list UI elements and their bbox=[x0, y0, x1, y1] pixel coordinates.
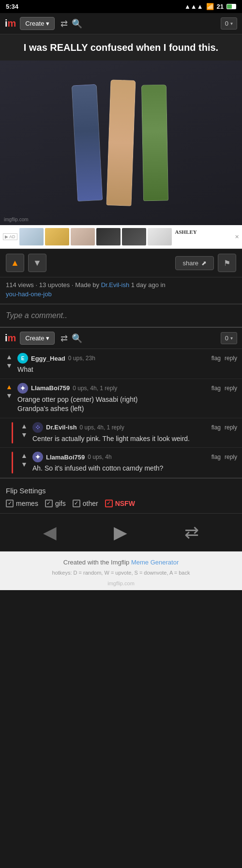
comment-meta: 0 ups, 23h bbox=[68, 355, 95, 362]
hotkeys-text: hotkeys: D = random, W = upvote, S = dow… bbox=[6, 570, 236, 576]
second-vote-dropdown[interactable]: ▾ bbox=[230, 335, 233, 341]
ad-banner: ▶ AD ASHLEY ✕ bbox=[0, 225, 242, 249]
share-button[interactable]: share ⬈ bbox=[175, 256, 214, 270]
comment-votes: ▲ ▼ bbox=[5, 383, 14, 414]
ashley-logo: ASHLEY bbox=[173, 228, 199, 245]
checkbox-nsfw-box[interactable]: ✓ bbox=[105, 500, 113, 507]
comment-downvote[interactable]: ▼ bbox=[21, 431, 28, 439]
flag-button[interactable]: ⚑ bbox=[218, 254, 236, 272]
upvote-button[interactable]: ▲ bbox=[6, 254, 24, 272]
shuffle-icon[interactable]: ⇄ bbox=[60, 18, 68, 29]
footer-watermark: imgflip.com bbox=[6, 580, 236, 586]
comment-item: ▲ ▼ ✦ LlamaBoi759 0 ups, 4h flag reply A… bbox=[0, 448, 242, 478]
checkbox-other-box[interactable]: ✓ bbox=[73, 500, 80, 507]
checkbox-gifs[interactable]: ✓ gifs bbox=[45, 500, 66, 507]
checkbox-nsfw-label: NSFW bbox=[115, 500, 135, 507]
reply-link[interactable]: reply bbox=[225, 385, 237, 392]
second-search-icon[interactable]: 🔍 bbox=[72, 333, 82, 344]
ad-thumb-2 bbox=[45, 228, 69, 245]
nsfw-checkmark: ✓ bbox=[106, 500, 111, 506]
post-tag-link[interactable]: you-had-one-job bbox=[6, 290, 236, 298]
search-icon[interactable]: 🔍 bbox=[72, 18, 82, 29]
comment-username: Dr.Evil-ish bbox=[46, 424, 77, 431]
comment-actions: flag reply bbox=[212, 385, 237, 392]
post-upvotes: 13 upvotes bbox=[39, 281, 70, 289]
flag-link[interactable]: flag bbox=[212, 454, 221, 460]
wifi-icon: 📶 bbox=[206, 3, 214, 10]
back-arrow-button[interactable]: ◀ bbox=[43, 522, 57, 543]
ad-thumb-5 bbox=[122, 228, 146, 245]
checkbox-memes-box[interactable]: ✓ bbox=[6, 500, 14, 507]
comment-meta: 0 ups, 4h, 1 reply bbox=[73, 385, 117, 392]
create-button[interactable]: Create ▾ bbox=[20, 17, 55, 30]
meme-generator-link[interactable]: Meme Generator bbox=[131, 559, 179, 566]
comment-header: ⁘ Dr.Evil-ish 0 ups, 4h, 1 reply flag re… bbox=[32, 422, 237, 433]
comment-upvote[interactable]: ▲ bbox=[6, 353, 13, 361]
nav-arrows: ◀ ▶ ⇄ bbox=[0, 513, 242, 551]
second-vote-count-badge: 0 ▾ bbox=[221, 332, 237, 344]
comment-text: Ah. So it's infused with cotton camdy me… bbox=[32, 464, 237, 473]
comment-downvote[interactable]: ▼ bbox=[6, 392, 13, 399]
ad-images: ASHLEY bbox=[19, 228, 233, 245]
ad-thumb-6 bbox=[148, 228, 172, 245]
battery-label: 21 bbox=[217, 3, 224, 10]
post-views: 114 views bbox=[6, 281, 34, 289]
avatar: E bbox=[17, 353, 28, 364]
forward-arrow-button[interactable]: ▶ bbox=[114, 522, 127, 543]
downvote-button[interactable]: ▼ bbox=[28, 254, 46, 272]
comment-meta: 0 ups, 4h bbox=[88, 454, 111, 460]
otter-pop-right bbox=[141, 85, 168, 201]
vote-dropdown-arrow[interactable]: ▾ bbox=[230, 21, 233, 26]
comment-body: ✦ LlamaBoi759 0 ups, 4h, 1 reply flag re… bbox=[17, 383, 237, 414]
reply-link[interactable]: reply bbox=[225, 454, 237, 460]
comment-item: ▲ ▼ E Eggy_Head 0 ups, 23h flag reply Wh… bbox=[0, 349, 242, 379]
reply-link[interactable]: reply bbox=[225, 424, 237, 431]
comment-placeholder[interactable]: Type a comment.. bbox=[6, 311, 67, 320]
comment-header: ✦ LlamaBoi759 0 ups, 4h flag reply bbox=[32, 452, 237, 462]
flag-link[interactable]: flag bbox=[212, 424, 221, 431]
comment-header: ✦ LlamaBoi759 0 ups, 4h, 1 reply flag re… bbox=[17, 383, 237, 394]
comment-input-area[interactable]: Type a comment.. bbox=[0, 305, 242, 328]
ad-thumb-3 bbox=[71, 228, 95, 245]
checkbox-nsfw[interactable]: ✓ NSFW bbox=[105, 500, 135, 507]
flag-link[interactable]: flag bbox=[212, 385, 221, 392]
flip-settings-title: Flip Settings bbox=[6, 487, 236, 495]
second-shuffle-icon[interactable]: ⇄ bbox=[60, 333, 68, 344]
footer-text: Created with the Imgflip Meme Generator bbox=[6, 559, 236, 566]
checkbox-other[interactable]: ✓ other bbox=[73, 500, 98, 507]
flag-link[interactable]: flag bbox=[212, 355, 221, 362]
ad-close-icon[interactable]: ✕ bbox=[235, 234, 239, 240]
checkbox-gifs-box[interactable]: ✓ bbox=[45, 500, 53, 507]
comment-meta: 0 ups, 4h, 1 reply bbox=[80, 424, 124, 431]
comment-votes: ▲ ▼ bbox=[5, 353, 14, 375]
comment-votes: ▲ ▼ bbox=[20, 422, 29, 444]
comment-upvote[interactable]: ▲ bbox=[21, 422, 28, 430]
post-meta: 114 views · 13 upvotes · Made by Dr.Evil… bbox=[0, 277, 242, 305]
ad-thumb-1 bbox=[19, 228, 44, 245]
otter-pop-left bbox=[72, 84, 103, 201]
indent-bar bbox=[12, 422, 13, 444]
signal-icon: ▲▲▲ bbox=[184, 3, 203, 10]
comment-upvote[interactable]: ▲ bbox=[6, 383, 13, 391]
post-title-area: I was REALLY confused when I found this. bbox=[0, 34, 242, 61]
reply-link[interactable]: reply bbox=[225, 355, 237, 362]
checkbox-memes[interactable]: ✓ memes bbox=[6, 500, 38, 507]
battery-icon bbox=[227, 4, 236, 9]
post-author-link[interactable]: Dr.Evil-ish bbox=[101, 281, 130, 289]
comment-actions: flag reply bbox=[212, 355, 237, 362]
post-image: imgflip.com bbox=[0, 61, 242, 225]
shuffle-button[interactable]: ⇄ bbox=[184, 522, 199, 543]
image-watermark: imgflip.com bbox=[4, 217, 29, 222]
comment-text: Center is actually pink. The light makes… bbox=[32, 434, 237, 444]
comment-downvote[interactable]: ▼ bbox=[21, 460, 28, 468]
comment-upvote[interactable]: ▲ bbox=[21, 452, 28, 459]
comment-item: ▲ ▼ ✦ LlamaBoi759 0 ups, 4h, 1 reply fla… bbox=[0, 379, 242, 418]
second-dropdown-icon: ▾ bbox=[46, 335, 49, 342]
checkbox-memes-label: memes bbox=[16, 500, 38, 507]
second-navbar: im Create ▾ ⇄ 🔍 0 ▾ bbox=[0, 328, 242, 349]
second-logo: im bbox=[5, 333, 16, 344]
status-bar: 5:34 ▲▲▲ 📶 21 bbox=[0, 0, 242, 13]
comment-downvote[interactable]: ▼ bbox=[6, 362, 13, 369]
second-create-button[interactable]: Create ▾ bbox=[20, 332, 55, 345]
flip-settings: Flip Settings ✓ memes ✓ gifs ✓ other ✓ N… bbox=[0, 478, 242, 513]
